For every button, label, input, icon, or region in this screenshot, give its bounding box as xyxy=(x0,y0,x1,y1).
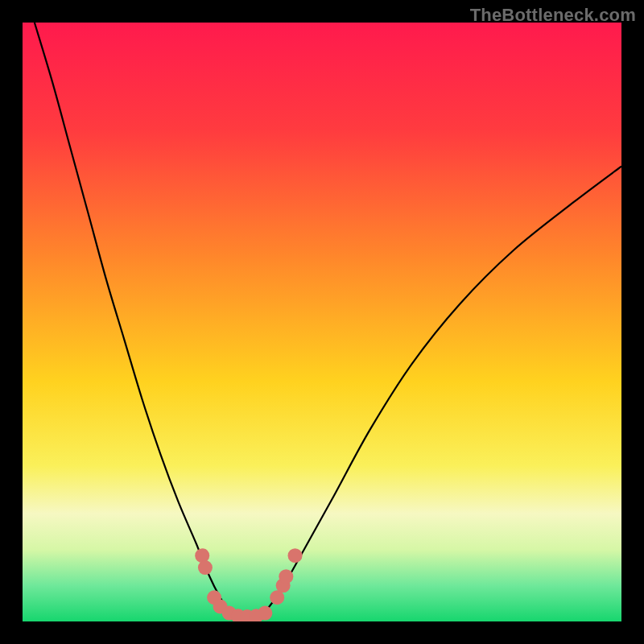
plot-area xyxy=(23,23,621,621)
bottleneck-chart xyxy=(23,23,621,621)
watermark-text: TheBottleneck.com xyxy=(470,5,636,26)
highlight-marker xyxy=(258,606,272,621)
outer-black-frame: TheBottleneck.com xyxy=(0,0,644,644)
highlight-marker xyxy=(279,569,293,584)
highlight-marker xyxy=(288,548,303,563)
highlight-marker xyxy=(198,560,213,575)
gradient-background xyxy=(23,23,621,621)
